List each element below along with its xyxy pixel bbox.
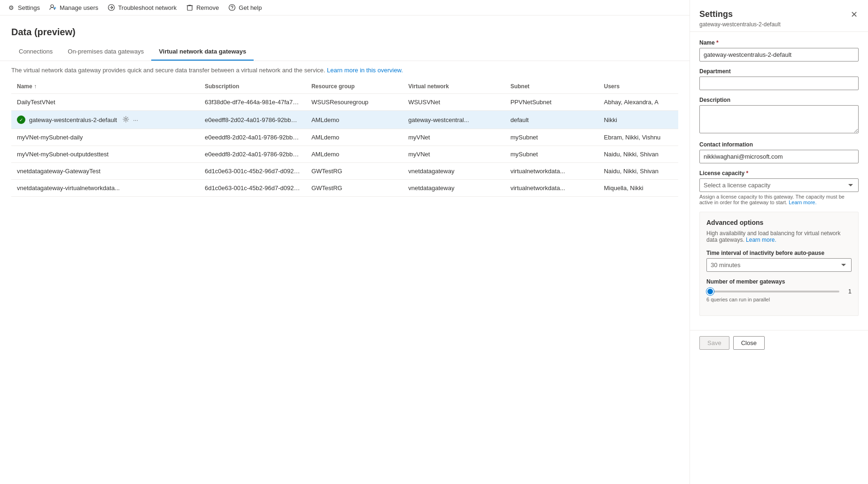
- time-interval-field-group: Time interval of inactivity before auto-…: [706, 250, 852, 272]
- cell-virtual-network: myVNet: [403, 129, 505, 146]
- member-gateways-slider[interactable]: [706, 291, 839, 292]
- name-label: Name *: [699, 39, 859, 46]
- row-settings-icon[interactable]: [123, 116, 129, 124]
- license-label: License capacity *: [699, 170, 859, 177]
- cell-resource-group: GWTestRG: [306, 163, 403, 180]
- cell-virtual-network: gateway-westcentral...: [403, 111, 505, 129]
- cell-name: gateway-westcentralus-2-default···: [11, 111, 199, 129]
- panel-subtitle: gateway-westcentralus-2-default: [699, 21, 781, 28]
- col-header-virtual-network: Virtual network: [403, 79, 505, 94]
- cell-users: Ebram, Nikki, Vishnu: [598, 129, 678, 146]
- table-row[interactable]: vnetdatagateway-virtualnetworkdata...6d1…: [11, 180, 678, 197]
- page-title: Data (preview): [11, 27, 678, 38]
- license-capacity-select[interactable]: Select a license capacity: [699, 178, 859, 192]
- license-field-group: License capacity * Select a license capa…: [699, 170, 859, 205]
- cell-resource-group: AMLdemo: [306, 146, 403, 163]
- troubleshoot-label: Troubleshoot network: [118, 4, 177, 11]
- col-header-subscription: Subscription: [199, 79, 306, 94]
- cell-virtual-network: vnetdatagateway: [403, 180, 505, 197]
- learn-more-link[interactable]: Learn more in this overview.: [327, 67, 403, 74]
- cell-subscription: 6d1c0e63-001c-45b2-96d7-d092e94c8...: [199, 163, 306, 180]
- license-learn-more-link[interactable]: Learn more.: [789, 200, 816, 205]
- table-row[interactable]: myVNet-mySubnet-outputdestteste0eeddf8-2…: [11, 146, 678, 163]
- panel-header: Settings gateway-westcentralus-2-default…: [690, 0, 868, 32]
- cell-subnet: mySubnet: [505, 129, 598, 146]
- cell-users: Nikki: [598, 111, 678, 129]
- tab-connections[interactable]: Connections: [11, 43, 60, 61]
- toolbar-troubleshoot-network[interactable]: Troubleshoot network: [108, 4, 177, 11]
- table-row[interactable]: vnetdatagateway-GatewayTest6d1c0e63-001c…: [11, 163, 678, 180]
- close-panel-button[interactable]: ✕: [850, 9, 859, 20]
- cell-subscription: 63f38d0e-df7e-464a-981e-47fa78f30861: [199, 94, 306, 111]
- cell-users: Naidu, Nikki, Shivan: [598, 163, 678, 180]
- cell-resource-group: AMLdemo: [306, 129, 403, 146]
- svg-point-3: [229, 5, 235, 11]
- toolbar-manage-users[interactable]: Manage users: [49, 4, 98, 11]
- time-interval-select[interactable]: 10 minutes20 minutes30 minutes60 minutes: [706, 258, 852, 272]
- name-input[interactable]: [699, 48, 859, 61]
- tab-virtual-network[interactable]: Virtual network data gateways: [151, 43, 254, 61]
- data-table: Name ↑ Subscription Resource group Virtu…: [11, 79, 678, 197]
- svg-point-4: [232, 9, 232, 9]
- cell-virtual-network: myVNet: [403, 146, 505, 163]
- panel-body: Name * Department Description Contact in…: [690, 32, 868, 330]
- panel-title: Settings: [699, 9, 781, 19]
- description-label: Description: [699, 97, 859, 103]
- close-button[interactable]: Close: [733, 336, 765, 350]
- description-field-group: Description: [699, 97, 859, 135]
- toolbar-get-help[interactable]: Get help: [228, 4, 262, 11]
- manage-users-icon: [49, 4, 57, 11]
- col-header-resource-group: Resource group: [306, 79, 403, 94]
- department-field-group: Department: [699, 68, 859, 90]
- time-interval-label: Time interval of inactivity before auto-…: [706, 250, 852, 256]
- save-button[interactable]: Save: [699, 336, 729, 350]
- tab-bar: Connections On-premises data gateways Vi…: [0, 43, 690, 61]
- settings-icon: ⚙: [8, 4, 15, 11]
- cell-subnet: default: [505, 111, 598, 129]
- cell-subscription: e0eeddf8-2d02-4a01-9786-92bb0e0cb...: [199, 129, 306, 146]
- col-header-users: Users: [598, 79, 678, 94]
- help-icon: [228, 4, 236, 11]
- member-gateways-label: Number of member gateways: [706, 278, 852, 285]
- cell-subnet: PPVNetSubnet: [505, 94, 598, 111]
- parallel-hint: 6 queries can run in parallel: [706, 297, 852, 302]
- row-more-icon[interactable]: ···: [133, 116, 138, 123]
- toolbar: ⚙ Settings Manage users Troubleshoot net…: [0, 0, 690, 15]
- troubleshoot-icon: [108, 4, 115, 11]
- active-icon: [17, 115, 25, 124]
- department-input[interactable]: [699, 77, 859, 90]
- contact-label: Contact information: [699, 141, 859, 148]
- advanced-options-box: Advanced options High availability and l…: [699, 212, 859, 316]
- license-hint: Assign a license capacity to this gatewa…: [699, 194, 859, 205]
- tab-on-premises[interactable]: On-premises data gateways: [60, 43, 151, 61]
- data-table-container: Name ↑ Subscription Resource group Virtu…: [0, 79, 690, 197]
- sort-icon: ↑: [34, 83, 37, 90]
- cell-name: DailyTestVNet: [11, 94, 199, 111]
- svg-point-5: [125, 118, 127, 120]
- panel-footer: Save Close: [690, 330, 868, 355]
- table-row[interactable]: DailyTestVNet63f38d0e-df7e-464a-981e-47f…: [11, 94, 678, 111]
- toolbar-settings[interactable]: ⚙ Settings: [8, 4, 40, 11]
- settings-panel: Settings gateway-westcentralus-2-default…: [690, 0, 868, 484]
- cell-name: vnetdatagateway-GatewayTest: [11, 163, 199, 180]
- remove-icon: [186, 4, 194, 11]
- contact-input[interactable]: [699, 150, 859, 163]
- toolbar-remove[interactable]: Remove: [186, 4, 219, 11]
- table-row[interactable]: gateway-westcentralus-2-default···e0eedf…: [11, 111, 678, 129]
- svg-point-0: [51, 5, 54, 8]
- cell-resource-group: WSUSResouregroup: [306, 94, 403, 111]
- cell-name: vnetdatagateway-virtualnetworkdata...: [11, 180, 199, 197]
- cell-subscription: e0eeddf8-2d02-4a01-9786-92bb0e0cb...: [199, 146, 306, 163]
- cell-subscription: 6d1c0e63-001c-45b2-96d7-d092e94c8...: [199, 180, 306, 197]
- description-textarea[interactable]: [699, 105, 859, 133]
- table-row[interactable]: myVNet-mySubnet-dailye0eeddf8-2d02-4a01-…: [11, 129, 678, 146]
- slider-row: 1: [706, 288, 852, 295]
- cell-virtual-network: vnetdatagateway: [403, 163, 505, 180]
- cell-users: Abhay, Alexandra, A: [598, 94, 678, 111]
- remove-label: Remove: [196, 4, 219, 11]
- advanced-learn-more-link[interactable]: Learn more.: [746, 237, 776, 243]
- advanced-description: High availability and load balancing for…: [706, 230, 852, 243]
- cell-subscription: e0eedff8-2d02-4a01-9786-92bb0e0cb...: [199, 111, 306, 129]
- department-label: Department: [699, 68, 859, 75]
- get-help-label: Get help: [239, 4, 262, 11]
